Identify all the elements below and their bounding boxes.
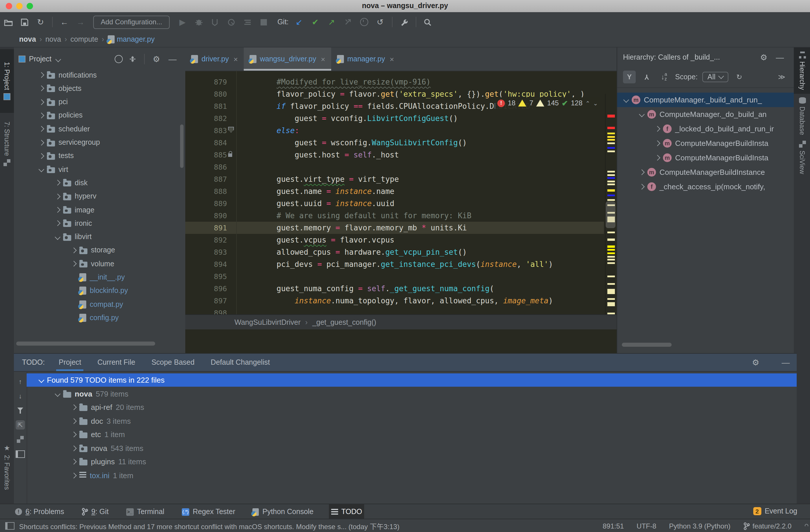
- tab-driver-py[interactable]: driver.py×: [185, 47, 244, 70]
- hierarchy-row[interactable]: mComputeManager._do_build_an: [617, 107, 794, 122]
- chevron-icon[interactable]: [654, 155, 660, 161]
- git-push-icon[interactable]: ↗: [325, 16, 338, 28]
- line-number[interactable]: 891: [185, 222, 227, 234]
- chevron-down-icon[interactable]: [55, 56, 61, 62]
- tab-manager-py[interactable]: manager.py×: [331, 47, 400, 70]
- hierarchy-row[interactable]: mComputeManagerBuildInstance: [617, 165, 794, 179]
- add-configuration-button[interactable]: Add Configuration...: [93, 15, 169, 29]
- line-number[interactable]: 887: [185, 173, 227, 185]
- caller-hierarchy-icon[interactable]: Y: [623, 70, 636, 83]
- project-tree-item-compat-py[interactable]: compat.py: [72, 297, 123, 311]
- git-cherry-pick-icon[interactable]: [341, 16, 354, 28]
- line-number[interactable]: 898: [185, 307, 227, 315]
- chevron-icon[interactable]: [639, 169, 645, 175]
- fold-marker[interactable]: [228, 127, 234, 132]
- stripe-mark[interactable]: [608, 150, 615, 152]
- git-commit-icon[interactable]: ✔: [309, 16, 322, 28]
- hierarchy-row[interactable]: mComputeManagerBuildInsta: [617, 150, 794, 165]
- project-tree-item-disk[interactable]: disk: [55, 176, 87, 190]
- stripe-mark[interactable]: [608, 289, 615, 294]
- autoscroll-to-source-icon[interactable]: ⇱: [16, 420, 25, 430]
- chevron-icon[interactable]: [55, 193, 61, 199]
- hide-panel-icon[interactable]: —: [774, 51, 786, 63]
- sidebar-item-favorites[interactable]: ★2: Favorites: [0, 435, 14, 499]
- stripe-mark[interactable]: [608, 298, 615, 300]
- stripe-mark[interactable]: [608, 259, 615, 260]
- stripe-mark[interactable]: [608, 283, 615, 285]
- search-everywhere-icon[interactable]: [421, 16, 434, 28]
- locate-icon[interactable]: [115, 55, 123, 63]
- chevron-icon[interactable]: [639, 111, 645, 117]
- next-problem-icon[interactable]: ⌄: [593, 100, 598, 106]
- chevron-icon[interactable]: [71, 472, 77, 478]
- chevron-icon[interactable]: [38, 72, 44, 78]
- tool-window-button-todo[interactable]: TODO: [328, 504, 364, 519]
- project-tree-item-volume[interactable]: volume: [72, 257, 114, 270]
- concurrency-icon[interactable]: [241, 16, 254, 28]
- tool-window-button-6-problems[interactable]: !6: Problems: [13, 504, 66, 519]
- line-number[interactable]: 881: [185, 100, 227, 112]
- close-icon[interactable]: ×: [321, 55, 325, 63]
- tool-window-button-python-console[interactable]: Python Console: [250, 504, 316, 519]
- line-number[interactable]: 897: [185, 295, 227, 307]
- chevron-icon[interactable]: [55, 207, 61, 213]
- chevron-icon[interactable]: [623, 97, 629, 103]
- chevron-icon[interactable]: [71, 247, 77, 253]
- project-tree-item-tests[interactable]: tests: [39, 149, 74, 163]
- forward-icon[interactable]: →: [74, 16, 87, 28]
- hierarchy-row[interactable]: f_locked_do_build_and_run_ir: [617, 122, 794, 136]
- editor-breadcrumb[interactable]: WangSuLibvirtDriver › _get_guest_config(…: [185, 315, 617, 329]
- todo-tab-current-file[interactable]: Current File: [98, 354, 135, 371]
- stripe-mark[interactable]: [608, 177, 615, 179]
- event-log-button[interactable]: 2 Event Log: [753, 504, 797, 519]
- project-tree-item-policies[interactable]: policies: [39, 109, 82, 122]
- callee-hierarchy-icon[interactable]: Y: [641, 70, 653, 83]
- sidebar-item-sciview[interactable]: SciView: [794, 140, 810, 175]
- project-tree-item-ironic[interactable]: ironic: [55, 217, 92, 230]
- stripe-mark[interactable]: [608, 136, 615, 138]
- chevron-icon[interactable]: [654, 126, 660, 132]
- status-message[interactable]: Shortcuts conflicts: Previous Method and…: [19, 521, 400, 531]
- stripe-mark[interactable]: [608, 142, 615, 144]
- todo-row[interactable]: nova579 items: [27, 387, 797, 400]
- line-number[interactable]: 893: [185, 246, 227, 258]
- line-number[interactable]: 894: [185, 258, 227, 270]
- stripe-mark[interactable]: [608, 256, 615, 258]
- chevron-icon[interactable]: [639, 184, 645, 190]
- collapse-all-icon[interactable]: [126, 53, 139, 65]
- sidebar-item-structure[interactable]: 7: Structure: [0, 116, 14, 171]
- wrench-icon[interactable]: [398, 16, 410, 28]
- profiler-icon[interactable]: [225, 16, 237, 28]
- line-number[interactable]: 888: [185, 185, 227, 197]
- project-tree-item-virt[interactable]: virt: [39, 163, 68, 176]
- todo-tab-scope-based[interactable]: Scope Based: [151, 354, 195, 371]
- tool-window-button-terminal[interactable]: >_Terminal: [124, 504, 167, 519]
- tool-window-toggle-icon[interactable]: [5, 522, 15, 530]
- back-icon[interactable]: ←: [58, 16, 71, 28]
- lock-marker[interactable]: [228, 154, 232, 157]
- hierarchy-row[interactable]: f_check_access_ip(mock_notify,: [617, 179, 794, 194]
- todo-tab-project[interactable]: Project: [59, 354, 81, 371]
- next-todo-icon[interactable]: ↓: [16, 391, 25, 401]
- tool-window-button-9-git[interactable]: 9: Git: [79, 504, 111, 519]
- chevron-icon[interactable]: [38, 377, 44, 383]
- line-number[interactable]: 882: [185, 112, 227, 125]
- more-options-icon[interactable]: ≫: [775, 70, 788, 83]
- line-number[interactable]: 883: [185, 125, 227, 136]
- chevron-icon[interactable]: [38, 126, 44, 132]
- close-icon[interactable]: ×: [390, 55, 394, 63]
- project-tree-item-notifications[interactable]: notifications: [39, 68, 97, 82]
- stripe-mark[interactable]: [608, 139, 615, 141]
- todo-row[interactable]: doc3 items: [27, 414, 797, 428]
- interpreter[interactable]: Python 3.9 (Python): [669, 522, 730, 530]
- run-icon[interactable]: ▶: [176, 16, 189, 28]
- gear-icon[interactable]: ⚙: [757, 51, 770, 63]
- gear-icon[interactable]: ⚙: [749, 356, 762, 369]
- stripe-mark[interactable]: [608, 302, 615, 306]
- stripe-mark[interactable]: [608, 262, 615, 264]
- line-number[interactable]: 884: [185, 136, 227, 149]
- project-tree-item-pci[interactable]: pci: [39, 95, 68, 109]
- sync-icon[interactable]: ↻: [34, 16, 47, 28]
- chevron-icon[interactable]: [38, 140, 44, 145]
- chevron-icon[interactable]: [71, 445, 77, 451]
